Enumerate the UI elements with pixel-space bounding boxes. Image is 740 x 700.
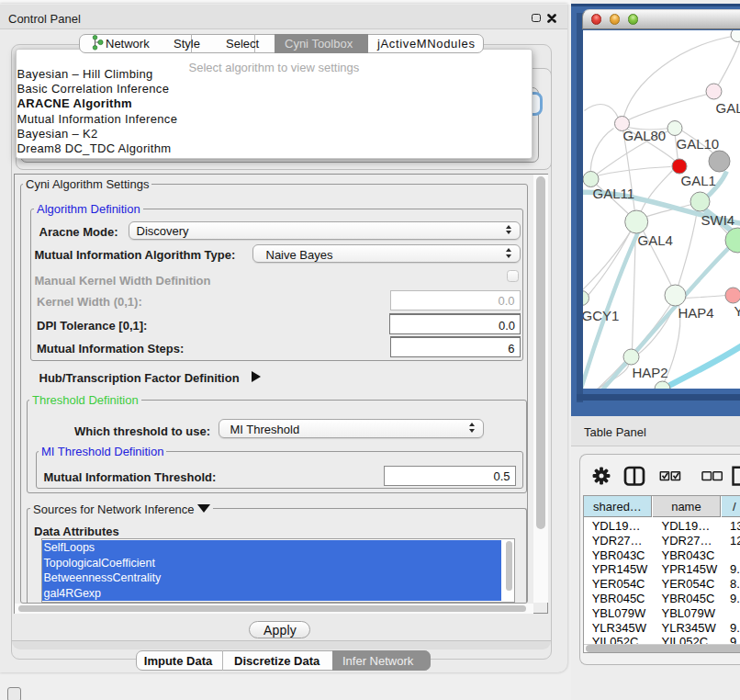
svg-text:GAL4: GAL4 [637,231,672,247]
svg-text:GAL1: GAL1 [680,172,715,187]
svg-text:GAL80: GAL80 [622,127,666,142]
svg-text:GAL2: GAL2 [715,99,740,115]
svg-text:GAL10: GAL10 [676,135,719,151]
svg-text:GCY1: GCY1 [583,307,619,322]
svg-text:SWI4: SWI4 [701,211,734,227]
svg-text:HAP4: HAP4 [678,304,713,320]
svg-text:Y: Y [734,302,740,318]
svg-text:HAP2: HAP2 [632,364,667,379]
svg-text:GAL11: GAL11 [592,185,634,200]
